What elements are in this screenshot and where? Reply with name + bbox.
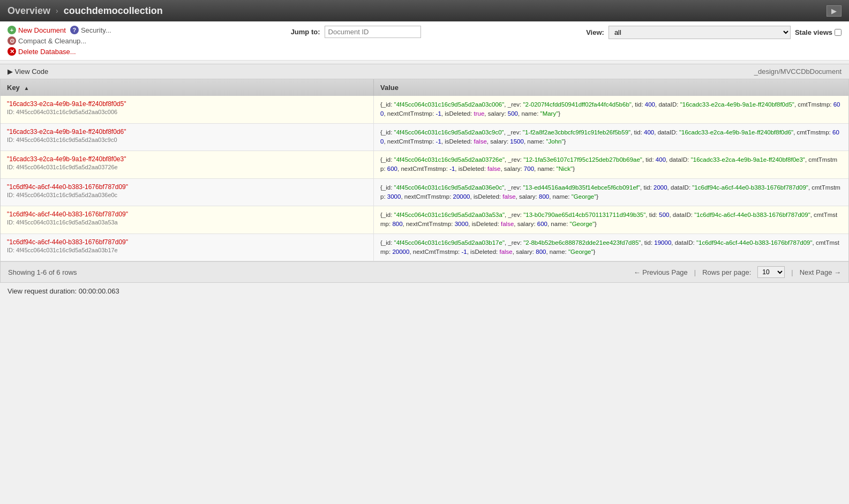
new-document-button[interactable]: + New Document xyxy=(7,26,66,34)
design-doc-label: _design/MVCCDbDocument xyxy=(754,67,842,76)
previous-page-button[interactable]: ← Previous Page xyxy=(634,268,688,276)
key-link[interactable]: "16cadc33-e2ca-4e9b-9a1e-ff240bf8f0d5" xyxy=(7,100,367,108)
delete-icon: ✕ xyxy=(7,47,16,56)
table-header-row: Key ▲ Value xyxy=(1,79,848,96)
key-column-header[interactable]: Key ▲ xyxy=(1,79,374,96)
key-link[interactable]: "1c6df94c-a6cf-44e0-b383-1676bf787d09" xyxy=(7,210,367,218)
key-cell: "1c6df94c-a6cf-44e0-b383-1676bf787d09"ID… xyxy=(1,178,374,206)
rows-per-page-label: Rows per page: xyxy=(702,268,751,276)
table-row: "1c6df94c-a6cf-44e0-b383-1676bf787d09"ID… xyxy=(1,206,848,234)
delete-label: Delete Database... xyxy=(18,48,76,56)
pagination: ← Previous Page | Rows per page: 10 20 5… xyxy=(634,266,841,278)
value-cell[interactable]: {_id: "4f45cc064c031c16c9d5a5d2aa03b17e"… xyxy=(374,234,848,261)
key-id: ID: 4f45cc064c031c16c9d5a5d2aa03726e xyxy=(7,164,367,170)
value-column-header: Value xyxy=(374,79,848,96)
key-cell: "1c6df94c-a6cf-44e0-b383-1676bf787d09"ID… xyxy=(1,206,374,234)
documents-table: Key ▲ Value "16cadc33-e2ca-4e9b-9a1e-ff2… xyxy=(1,79,848,261)
value-cell[interactable]: {_id: "4f45cc064c031c16c9d5a5d2aa036e0c"… xyxy=(374,178,848,206)
jump-to-label: Jump to: xyxy=(291,28,320,36)
view-section: View: all Stale views xyxy=(586,26,842,39)
stale-views-checkbox[interactable] xyxy=(835,29,842,36)
documents-table-container: Key ▲ Value "16cadc33-e2ca-4e9b-9a1e-ff2… xyxy=(0,79,849,262)
view-code-toggle[interactable]: ▶ View Code xyxy=(7,67,48,76)
value-cell[interactable]: {_id: "4f45cc064c031c16c9d5a5d2aa03a53a"… xyxy=(374,206,848,234)
table-row: "16cadc33-e2ca-4e9b-9a1e-ff240bf8f0e3"ID… xyxy=(1,151,848,179)
value-cell[interactable]: {_id: "4f45cc064c031c16c9d5a5d2aa03726e"… xyxy=(374,151,848,179)
delete-database-button[interactable]: ✕ Delete Database... xyxy=(7,47,76,56)
separator2: | xyxy=(791,268,793,276)
key-cell: "16cadc33-e2ca-4e9b-9a1e-ff240bf8f0e3"ID… xyxy=(1,151,374,179)
table-row: "1c6df94c-a6cf-44e0-b383-1676bf787d09"ID… xyxy=(1,178,848,206)
key-id: ID: 4f45cc064c031c16c9d5a5d2aa03a53a xyxy=(7,219,367,225)
key-cell: "16cadc33-e2ca-4e9b-9a1e-ff240bf8f0d6"ID… xyxy=(1,123,374,151)
security-label: Security... xyxy=(81,26,111,34)
breadcrumb-chevron: › xyxy=(56,6,58,15)
table-row: "16cadc33-e2ca-4e9b-9a1e-ff240bf8f0d6"ID… xyxy=(1,123,848,151)
table-row: "16cadc33-e2ca-4e9b-9a1e-ff240bf8f0d5"ID… xyxy=(1,96,848,123)
view-select[interactable]: all xyxy=(608,26,791,39)
key-cell: "16cadc33-e2ca-4e9b-9a1e-ff240bf8f0d5"ID… xyxy=(1,96,374,123)
top-bar-icon-button[interactable]: ▶ xyxy=(827,5,842,17)
duration-label: View request duration: 00:00:00.063 xyxy=(7,287,119,295)
key-link[interactable]: "1c6df94c-a6cf-44e0-b383-1676bf787d09" xyxy=(7,238,367,246)
toolbar-actions: + New Document ? Security... ⊙ Compact &… xyxy=(7,26,125,56)
key-id: ID: 4f45cc064c031c16c9d5a5d2aa036e0c xyxy=(7,192,367,198)
view-code-label: ▶ View Code xyxy=(7,67,48,76)
next-page-button[interactable]: Next Page → xyxy=(800,268,841,276)
view-code-bar: ▶ View Code _design/MVCCDbDocument xyxy=(0,64,849,79)
value-cell[interactable]: {_id: "4f45cc064c031c16c9d5a5d2aa03c006"… xyxy=(374,96,848,123)
table-row: "1c6df94c-a6cf-44e0-b383-1676bf787d09"ID… xyxy=(1,234,848,261)
top-bar: Overview › couchdemocollection ▶ xyxy=(0,0,849,21)
toolbar: + New Document ? Security... ⊙ Compact &… xyxy=(0,21,849,61)
security-button[interactable]: ? Security... xyxy=(70,26,111,34)
key-cell: "1c6df94c-a6cf-44e0-b383-1676bf787d09"ID… xyxy=(1,234,374,261)
separator: | xyxy=(694,268,696,276)
jump-to-input[interactable] xyxy=(325,26,421,38)
info-icon: ? xyxy=(70,26,79,34)
table-footer: Showing 1-6 of 6 rows ← Previous Page | … xyxy=(0,262,849,283)
key-id: ID: 4f45cc064c031c16c9d5a5d2aa03b17e xyxy=(7,247,367,253)
key-id: ID: 4f45cc064c031c16c9d5a5d2aa03c9c0 xyxy=(7,137,367,143)
showing-rows-label: Showing 1-6 of 6 rows xyxy=(8,268,77,276)
rows-per-page-select[interactable]: 10 20 50 100 xyxy=(757,266,785,278)
value-cell[interactable]: {_id: "4f45cc064c031c16c9d5a5d2aa03c9c0"… xyxy=(374,123,848,151)
stale-views-label: Stale views xyxy=(795,28,842,36)
database-name: couchdemocollection xyxy=(64,5,163,17)
key-id: ID: 4f45cc064c031c16c9d5a5d2aa03c006 xyxy=(7,109,367,115)
overview-link[interactable]: Overview xyxy=(7,5,50,17)
sort-icon: ▲ xyxy=(24,85,29,91)
add-icon: + xyxy=(7,26,16,34)
key-link[interactable]: "1c6df94c-a6cf-44e0-b383-1676bf787d09" xyxy=(7,183,367,191)
compact-icon: ⊙ xyxy=(7,36,16,45)
compact-button[interactable]: ⊙ Compact & Cleanup... xyxy=(7,36,86,45)
new-document-label: New Document xyxy=(18,26,66,34)
key-link[interactable]: "16cadc33-e2ca-4e9b-9a1e-ff240bf8f0e3" xyxy=(7,155,367,163)
jump-to-section: Jump to: xyxy=(127,26,584,38)
key-link[interactable]: "16cadc33-e2ca-4e9b-9a1e-ff240bf8f0d6" xyxy=(7,128,367,136)
request-duration: View request duration: 00:00:00.063 xyxy=(0,283,849,299)
compact-label: Compact & Cleanup... xyxy=(18,37,86,45)
view-label: View: xyxy=(586,28,604,36)
